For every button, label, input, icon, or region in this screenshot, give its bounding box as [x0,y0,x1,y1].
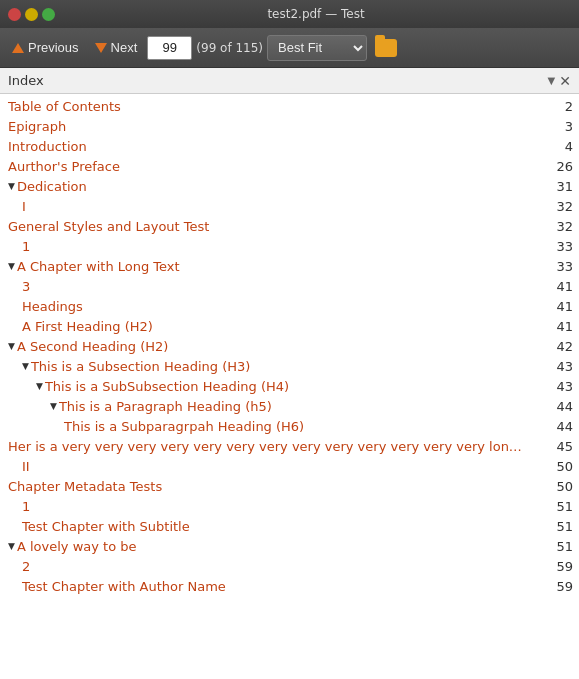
toc-page-subsection-h3: 43 [556,359,579,374]
index-panel: Index ▼ ✕ Table of Contents2Epigraph3Int… [0,68,579,679]
toc-entry-test-chapter-subtitle[interactable]: Test Chapter with Subtitle51 [0,516,579,536]
toc-entry-first-heading-h2[interactable]: A First Heading (H2)41 [0,316,579,336]
close-button[interactable] [8,8,21,21]
toc-link-long-chapter-ii[interactable]: II [22,459,550,474]
previous-button[interactable]: Previous [6,36,85,59]
toc-entry-dedication[interactable]: ▼Dedication31 [0,176,579,196]
toggle-icon-dedication[interactable]: ▼ [8,181,15,191]
minimize-button[interactable] [25,8,38,21]
index-title: Index [8,73,44,88]
toc-page-test-chapter-author: 59 [556,579,579,594]
toc-link-long-chapter[interactable]: Her is a very very very very very very v… [8,439,550,454]
index-dropdown-icon[interactable]: ▼ [548,75,556,86]
toc-entry-chapter-long-text-3[interactable]: 341 [0,276,579,296]
toc-link-lovely-way[interactable]: A lovely way to be [17,539,551,554]
window-title: test2.pdf — Test [61,7,571,21]
toc-page-dedication: 31 [556,179,579,194]
toc-link-table-of-contents[interactable]: Table of Contents [8,99,553,114]
toc-entry-authors-preface[interactable]: Aurthor's Preface26 [0,156,579,176]
toolbar: Previous Next (99 of 115) Best FitFit Pa… [0,28,579,68]
toc-link-headings[interactable]: Headings [22,299,550,314]
toc-entry-subsubsection-h4[interactable]: ▼This is a SubSubsection Heading (H4)43 [0,376,579,396]
toc-page-long-chapter: 45 [556,439,579,454]
toc-entry-introduction[interactable]: Introduction4 [0,136,579,156]
toc-page-table-of-contents: 2 [559,99,579,114]
toc-link-test-chapter-author[interactable]: Test Chapter with Author Name [22,579,550,594]
previous-label: Previous [28,40,79,55]
toc-link-dedication-i[interactable]: I [22,199,550,214]
toc-link-chapter-metadata[interactable]: Chapter Metadata Tests [8,479,550,494]
toc-entry-general-styles-1[interactable]: 133 [0,236,579,256]
toc-link-general-styles[interactable]: General Styles and Layout Test [8,219,550,234]
toc-entry-headings[interactable]: Headings41 [0,296,579,316]
toc-link-lovely-way-2[interactable]: 2 [22,559,550,574]
index-close-button[interactable]: ✕ [559,74,571,88]
toc-page-introduction: 4 [559,139,579,154]
toc-page-paragraph-h5: 44 [556,399,579,414]
toc-entry-general-styles[interactable]: General Styles and Layout Test32 [0,216,579,236]
toc-link-introduction[interactable]: Introduction [8,139,553,154]
toc-page-epigraph: 3 [559,119,579,134]
toggle-icon-subsection-h3[interactable]: ▼ [22,361,29,371]
toc-link-subsection-h3[interactable]: This is a Subsection Heading (H3) [31,359,551,374]
toc-entry-lovely-way-2[interactable]: 259 [0,556,579,576]
toc-page-subparagraph-h6: 44 [556,419,579,434]
page-count: (99 of 115) [196,41,263,55]
toggle-icon-lovely-way[interactable]: ▼ [8,541,15,551]
toc-link-epigraph[interactable]: Epigraph [8,119,553,134]
toc-link-subparagraph-h6[interactable]: This is a Subparagrpah Heading (H6) [64,419,550,434]
toc-entry-long-chapter[interactable]: Her is a very very very very very very v… [0,436,579,456]
folder-icon[interactable] [375,39,397,57]
toc-entry-paragraph-h5[interactable]: ▼This is a Paragraph Heading (h5)44 [0,396,579,416]
next-label: Next [111,40,138,55]
toc-link-chapter-long-text[interactable]: A Chapter with Long Text [17,259,551,274]
title-bar: test2.pdf — Test [0,0,579,28]
next-icon [95,43,107,53]
toc-page-lovely-way-2: 59 [556,559,579,574]
toc-entry-lovely-way[interactable]: ▼A lovely way to be51 [0,536,579,556]
toc-entry-chapter-metadata-1[interactable]: 151 [0,496,579,516]
toc-page-chapter-metadata: 50 [556,479,579,494]
toc-link-chapter-metadata-1[interactable]: 1 [22,499,550,514]
toc-page-chapter-metadata-1: 51 [556,499,579,514]
fit-select[interactable]: Best FitFit PageFit WidthActual Size [267,35,367,61]
toc-link-first-heading-h2[interactable]: A First Heading (H2) [22,319,550,334]
toc-page-headings: 41 [556,299,579,314]
toc-link-authors-preface[interactable]: Aurthor's Preface [8,159,550,174]
toc-page-first-heading-h2: 41 [556,319,579,334]
toc-list: Table of Contents2Epigraph3Introduction4… [0,94,579,598]
toc-page-chapter-long-text: 33 [556,259,579,274]
toc-link-test-chapter-subtitle[interactable]: Test Chapter with Subtitle [22,519,550,534]
toc-link-dedication[interactable]: Dedication [17,179,551,194]
toc-page-subsubsection-h4: 43 [556,379,579,394]
maximize-button[interactable] [42,8,55,21]
toc-page-second-heading-h2: 42 [556,339,579,354]
page-input[interactable] [147,36,192,60]
next-button[interactable]: Next [89,36,144,59]
toc-entry-dedication-i[interactable]: I32 [0,196,579,216]
window-controls [8,8,55,21]
toc-entry-chapter-metadata[interactable]: Chapter Metadata Tests50 [0,476,579,496]
toggle-icon-second-heading-h2[interactable]: ▼ [8,341,15,351]
toc-link-chapter-long-text-3[interactable]: 3 [22,279,550,294]
toc-page-test-chapter-subtitle: 51 [556,519,579,534]
toggle-icon-paragraph-h5[interactable]: ▼ [50,401,57,411]
toc-link-second-heading-h2[interactable]: A Second Heading (H2) [17,339,551,354]
toggle-icon-subsubsection-h4[interactable]: ▼ [36,381,43,391]
toc-entry-long-chapter-ii[interactable]: II50 [0,456,579,476]
toc-entry-epigraph[interactable]: Epigraph3 [0,116,579,136]
toggle-icon-chapter-long-text[interactable]: ▼ [8,261,15,271]
toc-entry-chapter-long-text[interactable]: ▼A Chapter with Long Text33 [0,256,579,276]
toc-link-subsubsection-h4[interactable]: This is a SubSubsection Heading (H4) [45,379,551,394]
toc-entry-subparagraph-h6[interactable]: This is a Subparagrpah Heading (H6)44 [0,416,579,436]
toc-page-chapter-long-text-3: 41 [556,279,579,294]
toc-entry-test-chapter-author[interactable]: Test Chapter with Author Name59 [0,576,579,596]
toc-page-lovely-way: 51 [556,539,579,554]
toc-link-paragraph-h5[interactable]: This is a Paragraph Heading (h5) [59,399,551,414]
toc-entry-second-heading-h2[interactable]: ▼A Second Heading (H2)42 [0,336,579,356]
toc-entry-table-of-contents[interactable]: Table of Contents2 [0,96,579,116]
toc-link-general-styles-1[interactable]: 1 [22,239,550,254]
toc-entry-subsection-h3[interactable]: ▼This is a Subsection Heading (H3)43 [0,356,579,376]
previous-icon [12,43,24,53]
toc-page-general-styles: 32 [556,219,579,234]
